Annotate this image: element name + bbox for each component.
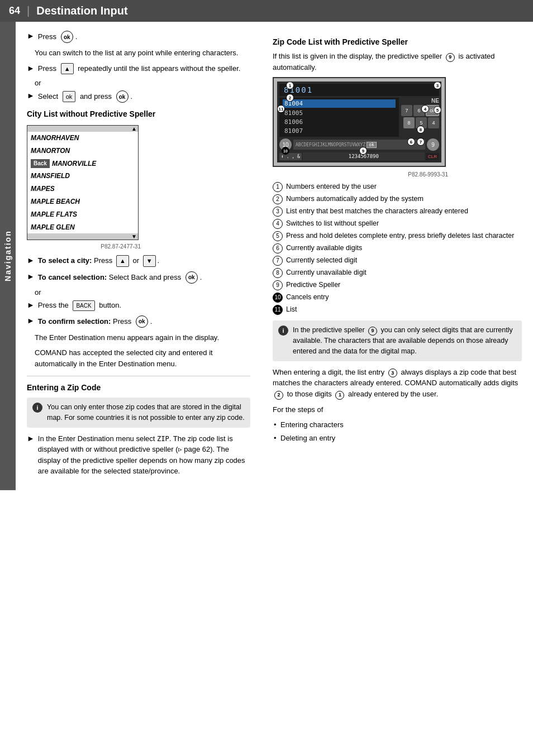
up-key-2: ▲ [116, 255, 129, 267]
zip-info-box-1: i You can only enter those zip codes tha… [27, 398, 250, 428]
ok-circle-2: ok [116, 90, 129, 103]
city-list-container: ▲ MANORHAVEN MANORTON Back MANORVILLE MA… [27, 125, 139, 240]
page-title: Destination Input [36, 4, 127, 17]
ok-circle-1: ok [61, 31, 73, 43]
user-num-circle: 1 [335, 391, 344, 400]
switch-list-text: You can switch to the list at any point … [35, 47, 250, 59]
callout-text-7: Currently selected digit [286, 256, 357, 266]
confirm-detail-1: The Enter Destination menu appears again… [35, 332, 250, 343]
callout-num-11: 11 [273, 305, 283, 315]
confirm-bullet: ► To confirm selection: Press ok. [27, 315, 250, 328]
info-icon-2: i [278, 326, 288, 336]
press-back-bullet: ► Press the BACK button. [27, 300, 250, 311]
callout-text-9: Predictive Speller [286, 280, 340, 290]
city-item-5: MAPES [27, 183, 138, 195]
num-4[interactable]: 4 [428, 117, 439, 128]
zip-art-wrapper: 81001 81004 81005 81006 81007 NE [273, 77, 446, 167]
press-ok-text: Press ok. [38, 31, 77, 43]
zip-info-text-2: In the predictive speller 9 you can only… [293, 325, 516, 356]
main-content: Navigation ► Press ok. You can switch to… [0, 22, 533, 490]
press-up-bullet: ► Press ▲ repeatedly until the list appe… [27, 63, 250, 75]
ok-alpha[interactable]: ok [367, 142, 377, 148]
back-btn: BACK [73, 300, 94, 311]
select-city-bullet: ► To select a city: Press ▲ or ▼. [27, 255, 250, 267]
zip-menu-text: In the Enter Destination menu select ZIP… [38, 433, 250, 477]
page-number: 64 [9, 5, 20, 17]
zip-info-text-1: You can only enter those zip codes that … [47, 402, 245, 423]
press-up-text: Press ▲ repeatedly until the list appear… [38, 63, 241, 75]
zip-list-item-2: 81005 [283, 109, 396, 117]
scroll-down[interactable]: ▼ [131, 233, 137, 240]
auto-num-circle: 2 [274, 391, 283, 400]
callout-4: 4 Switches to list without speller [273, 219, 522, 229]
city-item-7: MAPLE FLATS [27, 208, 138, 221]
down-key: ▼ [143, 255, 156, 267]
callout-5: 5 Press and hold deletes complete entry,… [273, 231, 522, 241]
section-divider [27, 376, 250, 376]
callout-text-11: List [286, 305, 297, 315]
speller-circle-info: 9 [368, 327, 377, 336]
bullet-arrow-7: ► [27, 316, 35, 325]
callout-1: 1 Numbers entered by the user [273, 182, 522, 192]
city-item-1: MANORHAVEN [27, 132, 138, 145]
city-list-heading: City List without Predictive Speller [27, 109, 250, 118]
press-ok-bullet: ► Press ok. [27, 31, 250, 43]
list-entry-circle: 3 [388, 369, 397, 377]
callout-text-6: Currently available digits [286, 243, 362, 253]
callout-3: 3 List entry that best matches the chara… [273, 207, 522, 217]
zip-list-item-4: 81007 [283, 127, 396, 135]
page-header: 64 | Destination Input [0, 0, 533, 22]
callout-num-3: 3 [273, 207, 283, 217]
for-steps-text: For the steps of [273, 404, 522, 415]
callout-num-9: 9 [273, 280, 283, 290]
left-column: ► Press ok. You can switch to the list a… [16, 22, 261, 490]
confirm-text: To confirm selection: Press ok. [38, 315, 153, 328]
press-back-text: Press the BACK button. [38, 300, 121, 311]
callout-num-4: 4 [273, 219, 283, 229]
zip-intro-text: If this list is given in the display, th… [273, 51, 522, 73]
callout-7: 7 Currently selected digit [273, 256, 522, 266]
callout-num-8: 8 [273, 268, 283, 278]
callout-num-10: 10 [273, 293, 283, 303]
scroll-up[interactable]: ▲ [131, 126, 137, 132]
num-8[interactable]: 8 [403, 117, 415, 128]
zip-list: 81004 81005 81006 81007 [279, 98, 399, 137]
num-7[interactable]: 7 [401, 105, 412, 116]
step-list: Entering characters Deleting an entry [273, 419, 522, 443]
city-item-8: MAPLE GLEN [27, 221, 138, 234]
callout-text-5: Press and hold deletes complete entry, p… [286, 231, 514, 241]
city-item-6: MAPLE BEACH [27, 195, 138, 208]
city-item-3: Back MANORVILLE [27, 157, 138, 170]
callout-10: 10 Cancels entry [273, 293, 522, 303]
callout-11: 11 List [273, 305, 522, 315]
callout-num-1: 1 [273, 182, 283, 192]
callout-text-8: Currently unavailable digit [286, 268, 367, 278]
cancel-label: To cancel selection: [38, 272, 107, 281]
speller-circle-intro: 9 [446, 53, 455, 62]
zip-art-border: 81001 81004 81005 81006 81007 NE [273, 77, 446, 167]
step-2: Deleting an entry [273, 433, 522, 444]
clr-art[interactable]: CLR [426, 153, 439, 160]
bullet-arrow-4: ► [27, 256, 35, 265]
bullet-arrow-8: ► [27, 434, 35, 443]
ok-circle-4: ok [136, 315, 148, 328]
callout-num-2: 2 [273, 194, 283, 204]
callout-num-5: 5 [273, 231, 283, 241]
zip-menu-bullet: ► In the Enter Destination menu select Z… [27, 433, 250, 477]
bullet-arrow-2: ► [27, 64, 35, 73]
ok-circle-3: ok [185, 271, 198, 284]
select-ok-bullet: ► Select ok and press ok. [27, 90, 250, 103]
city-item-4: MANSFIELD [27, 170, 138, 183]
up-arrow-key: ▲ [61, 63, 74, 75]
callout-list: 1 Numbers entered by the user 2 Numbers … [273, 182, 522, 315]
side-tab: Navigation [0, 22, 16, 490]
callout-8: 8 Currently unavailable digit [273, 268, 522, 278]
caption-1: P82.87-2477-31 [29, 243, 141, 250]
back-tag: Back [31, 159, 50, 168]
select-ok-text: Select ok and press ok. [38, 90, 132, 103]
info-icon-1: i [32, 403, 42, 413]
circle-9-art[interactable]: 9 [427, 138, 439, 151]
callout-num-6: 6 [273, 243, 283, 253]
zip-list-item-1: 81004 [283, 99, 396, 108]
bullet-arrow-6: ► [27, 300, 35, 309]
